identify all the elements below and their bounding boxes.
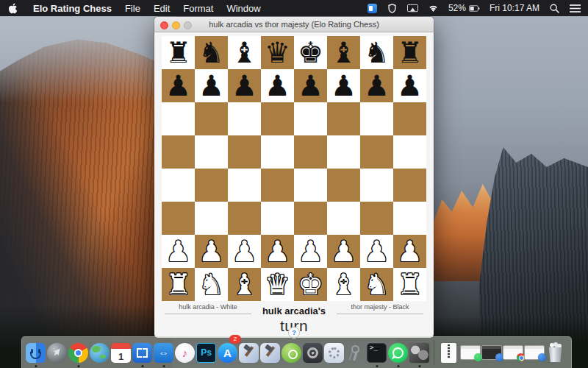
board-square-h3[interactable]: [393, 202, 426, 235]
app-status-icon[interactable]: [368, 4, 377, 13]
apple-menu[interactable]: [9, 3, 18, 14]
menu-window[interactable]: Window: [226, 3, 260, 14]
black-player-field[interactable]: thor majesty - Black: [337, 303, 423, 314]
board-square-c3[interactable]: [228, 202, 261, 235]
menu-file[interactable]: File: [125, 3, 140, 14]
board-square-a4[interactable]: [162, 169, 195, 202]
board-square-c1[interactable]: ♝: [228, 268, 261, 301]
dock-chrome-icon[interactable]: [68, 338, 89, 367]
board-square-g8[interactable]: ♞: [360, 36, 393, 69]
window-title-bar[interactable]: hulk arcadia vs thor majesty (Elo Rating…: [154, 17, 434, 32]
board-square-d6[interactable]: [261, 102, 294, 135]
board-square-d5[interactable]: [261, 135, 294, 169]
board-square-h4[interactable]: [393, 169, 426, 202]
board-square-g6[interactable]: [360, 102, 393, 135]
board-square-e4[interactable]: [294, 169, 327, 202]
display-mirroring-icon[interactable]: [407, 4, 418, 13]
board-square-e2[interactable]: ♟: [294, 235, 327, 268]
dock-finder-icon[interactable]: [25, 338, 46, 367]
board-square-f3[interactable]: [327, 202, 360, 235]
board-square-b6[interactable]: [195, 102, 228, 135]
board-square-g4[interactable]: [360, 169, 393, 202]
board-square-b4[interactable]: [195, 169, 228, 202]
white-player-field[interactable]: hulk arcadia - White: [165, 303, 251, 314]
board-square-d4[interactable]: [261, 169, 294, 202]
dock-minimized-window-chrome-icon[interactable]: [502, 338, 523, 367]
dock-calendar-icon[interactable]: 1: [110, 338, 132, 367]
menu-format[interactable]: Format: [183, 3, 213, 14]
board-square-f2[interactable]: ♟: [327, 235, 360, 268]
board-square-a2[interactable]: ♟: [162, 235, 195, 268]
board-square-d7[interactable]: ♟: [261, 69, 294, 102]
minimize-button[interactable]: [172, 21, 180, 29]
board-square-d1[interactable]: ♛: [261, 268, 294, 301]
board-square-c4[interactable]: [228, 169, 261, 202]
dock-xcode-2-icon[interactable]: [259, 338, 281, 367]
dock-zip-document-icon[interactable]: [438, 338, 459, 367]
board-square-h6[interactable]: [393, 102, 426, 135]
board-square-d8[interactable]: ♛: [261, 36, 294, 69]
notification-center-icon[interactable]: [570, 4, 581, 13]
board-square-e6[interactable]: [294, 102, 327, 135]
board-square-e8[interactable]: ♚: [294, 36, 327, 69]
board-square-h5[interactable]: [393, 135, 426, 169]
battery-icon[interactable]: [469, 4, 480, 13]
board-square-g5[interactable]: [360, 135, 393, 169]
shield-icon[interactable]: [387, 4, 398, 13]
dock-whatsapp-icon[interactable]: [387, 338, 409, 367]
dock-system-preferences-dark-icon[interactable]: [302, 338, 323, 367]
board-square-b1[interactable]: ♞: [195, 268, 228, 301]
dock-minimized-window-whatsapp-icon[interactable]: [459, 338, 481, 367]
board-square-f1[interactable]: ♝: [327, 268, 360, 301]
board-square-h7[interactable]: ♟: [393, 69, 426, 102]
board-square-g1[interactable]: ♞: [360, 268, 393, 301]
dock-trash-full-icon[interactable]: [545, 338, 566, 367]
menu-edit[interactable]: Edit: [154, 3, 170, 14]
board-square-c5[interactable]: [228, 135, 261, 169]
board-square-e3[interactable]: [294, 202, 327, 235]
close-button[interactable]: [160, 21, 168, 29]
spotlight-icon[interactable]: [549, 4, 560, 13]
dock-launchpad-icon[interactable]: [46, 338, 68, 367]
board-square-a3[interactable]: [162, 202, 195, 235]
menu-clock[interactable]: Fri 10:17 AM: [490, 3, 539, 13]
board-square-d3[interactable]: [261, 202, 294, 235]
dock-photoshop-icon[interactable]: Ps: [196, 338, 217, 367]
board-square-b7[interactable]: ♟: [195, 69, 228, 102]
board-square-a8[interactable]: ♜: [162, 36, 195, 69]
board-square-b5[interactable]: [195, 135, 228, 169]
dock-settings-light-icon[interactable]: [323, 338, 345, 367]
dock-app-store-icon[interactable]: A2: [217, 338, 238, 367]
board-square-a7[interactable]: ♟: [162, 69, 195, 102]
dock-keychain-access-icon[interactable]: [345, 338, 366, 367]
board-square-f8[interactable]: ♝: [327, 36, 360, 69]
board-square-f6[interactable]: [327, 102, 360, 135]
board-square-a6[interactable]: [162, 102, 195, 135]
board-square-b3[interactable]: [195, 202, 228, 235]
dock-brackets-editor-icon[interactable]: [132, 338, 153, 367]
board-square-d2[interactable]: ♟: [261, 235, 294, 268]
board-square-c2[interactable]: ♟: [228, 235, 261, 268]
board-square-h1[interactable]: ♜: [393, 268, 426, 301]
board-square-g7[interactable]: ♟: [360, 69, 393, 102]
dock-teamviewer-icon[interactable]: ⇔: [153, 338, 174, 367]
dock-android-studio-icon[interactable]: [281, 338, 302, 367]
board-square-g2[interactable]: ♟: [360, 235, 393, 268]
dock-minimized-window-code-icon[interactable]: [481, 338, 502, 367]
dock-minimized-window-finder-icon[interactable]: [523, 338, 545, 367]
board-square-f7[interactable]: ♟: [327, 69, 360, 102]
board-square-f4[interactable]: [327, 169, 360, 202]
dock-xcode-icon[interactable]: [238, 338, 259, 367]
dock-web-browser-globe-icon[interactable]: [89, 338, 110, 367]
board-square-g3[interactable]: [360, 202, 393, 235]
wifi-icon[interactable]: [428, 4, 439, 13]
dock-terminal-icon[interactable]: >_: [366, 338, 387, 367]
board-square-e7[interactable]: ♟: [294, 69, 327, 102]
board-square-b2[interactable]: ♟: [195, 235, 228, 268]
board-square-f5[interactable]: [327, 135, 360, 169]
zoom-button[interactable]: [184, 21, 192, 29]
board-square-c6[interactable]: [228, 102, 261, 135]
board-square-c8[interactable]: ♝: [228, 36, 261, 69]
board-square-a5[interactable]: [162, 135, 195, 169]
dock-photo-thumbnail-icon[interactable]: [409, 338, 430, 367]
